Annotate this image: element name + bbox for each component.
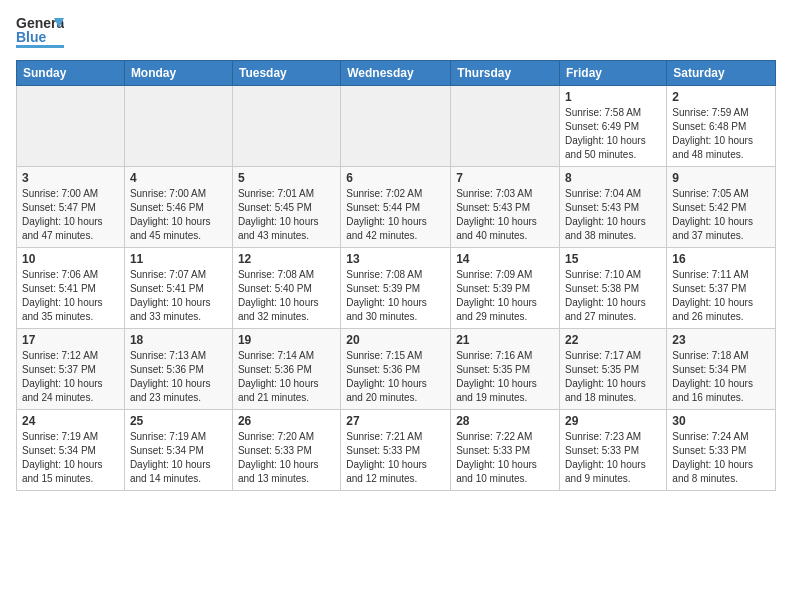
day-number: 4	[130, 171, 227, 185]
calendar-cell: 18Sunrise: 7:13 AM Sunset: 5:36 PM Dayli…	[124, 329, 232, 410]
day-info: Sunrise: 7:17 AM Sunset: 5:35 PM Dayligh…	[565, 349, 661, 405]
day-number: 23	[672, 333, 770, 347]
day-info: Sunrise: 7:02 AM Sunset: 5:44 PM Dayligh…	[346, 187, 445, 243]
day-number: 25	[130, 414, 227, 428]
day-number: 29	[565, 414, 661, 428]
day-info: Sunrise: 7:58 AM Sunset: 6:49 PM Dayligh…	[565, 106, 661, 162]
calendar-cell: 26Sunrise: 7:20 AM Sunset: 5:33 PM Dayli…	[232, 410, 340, 491]
calendar-cell: 22Sunrise: 7:17 AM Sunset: 5:35 PM Dayli…	[560, 329, 667, 410]
weekday-header-saturday: Saturday	[667, 61, 776, 86]
day-info: Sunrise: 7:22 AM Sunset: 5:33 PM Dayligh…	[456, 430, 554, 486]
calendar-cell	[451, 86, 560, 167]
day-info: Sunrise: 7:24 AM Sunset: 5:33 PM Dayligh…	[672, 430, 770, 486]
day-info: Sunrise: 7:00 AM Sunset: 5:46 PM Dayligh…	[130, 187, 227, 243]
logo: General Blue	[16, 10, 70, 54]
calendar-cell: 7Sunrise: 7:03 AM Sunset: 5:43 PM Daylig…	[451, 167, 560, 248]
day-info: Sunrise: 7:04 AM Sunset: 5:43 PM Dayligh…	[565, 187, 661, 243]
day-info: Sunrise: 7:13 AM Sunset: 5:36 PM Dayligh…	[130, 349, 227, 405]
calendar-cell: 20Sunrise: 7:15 AM Sunset: 5:36 PM Dayli…	[341, 329, 451, 410]
calendar-cell: 14Sunrise: 7:09 AM Sunset: 5:39 PM Dayli…	[451, 248, 560, 329]
svg-text:Blue: Blue	[16, 29, 47, 45]
calendar-cell: 15Sunrise: 7:10 AM Sunset: 5:38 PM Dayli…	[560, 248, 667, 329]
calendar-cell: 25Sunrise: 7:19 AM Sunset: 5:34 PM Dayli…	[124, 410, 232, 491]
calendar-cell: 13Sunrise: 7:08 AM Sunset: 5:39 PM Dayli…	[341, 248, 451, 329]
calendar-week-row: 17Sunrise: 7:12 AM Sunset: 5:37 PM Dayli…	[17, 329, 776, 410]
day-number: 1	[565, 90, 661, 104]
day-info: Sunrise: 7:07 AM Sunset: 5:41 PM Dayligh…	[130, 268, 227, 324]
weekday-header-wednesday: Wednesday	[341, 61, 451, 86]
day-number: 13	[346, 252, 445, 266]
calendar-cell: 16Sunrise: 7:11 AM Sunset: 5:37 PM Dayli…	[667, 248, 776, 329]
day-info: Sunrise: 7:16 AM Sunset: 5:35 PM Dayligh…	[456, 349, 554, 405]
day-info: Sunrise: 7:21 AM Sunset: 5:33 PM Dayligh…	[346, 430, 445, 486]
calendar-cell	[124, 86, 232, 167]
calendar-cell: 3Sunrise: 7:00 AM Sunset: 5:47 PM Daylig…	[17, 167, 125, 248]
calendar-cell: 11Sunrise: 7:07 AM Sunset: 5:41 PM Dayli…	[124, 248, 232, 329]
day-number: 7	[456, 171, 554, 185]
calendar-cell: 28Sunrise: 7:22 AM Sunset: 5:33 PM Dayli…	[451, 410, 560, 491]
calendar-cell: 9Sunrise: 7:05 AM Sunset: 5:42 PM Daylig…	[667, 167, 776, 248]
svg-rect-3	[16, 45, 64, 48]
day-info: Sunrise: 7:23 AM Sunset: 5:33 PM Dayligh…	[565, 430, 661, 486]
day-info: Sunrise: 7:59 AM Sunset: 6:48 PM Dayligh…	[672, 106, 770, 162]
day-number: 18	[130, 333, 227, 347]
calendar-week-row: 1Sunrise: 7:58 AM Sunset: 6:49 PM Daylig…	[17, 86, 776, 167]
calendar-cell: 23Sunrise: 7:18 AM Sunset: 5:34 PM Dayli…	[667, 329, 776, 410]
calendar-cell: 4Sunrise: 7:00 AM Sunset: 5:46 PM Daylig…	[124, 167, 232, 248]
day-number: 26	[238, 414, 335, 428]
day-number: 19	[238, 333, 335, 347]
day-info: Sunrise: 7:09 AM Sunset: 5:39 PM Dayligh…	[456, 268, 554, 324]
calendar-cell: 27Sunrise: 7:21 AM Sunset: 5:33 PM Dayli…	[341, 410, 451, 491]
day-number: 30	[672, 414, 770, 428]
day-number: 27	[346, 414, 445, 428]
day-number: 9	[672, 171, 770, 185]
calendar-cell: 5Sunrise: 7:01 AM Sunset: 5:45 PM Daylig…	[232, 167, 340, 248]
day-info: Sunrise: 7:01 AM Sunset: 5:45 PM Dayligh…	[238, 187, 335, 243]
calendar-cell: 29Sunrise: 7:23 AM Sunset: 5:33 PM Dayli…	[560, 410, 667, 491]
calendar-cell: 30Sunrise: 7:24 AM Sunset: 5:33 PM Dayli…	[667, 410, 776, 491]
calendar-week-row: 24Sunrise: 7:19 AM Sunset: 5:34 PM Dayli…	[17, 410, 776, 491]
day-info: Sunrise: 7:15 AM Sunset: 5:36 PM Dayligh…	[346, 349, 445, 405]
day-number: 6	[346, 171, 445, 185]
calendar-cell: 10Sunrise: 7:06 AM Sunset: 5:41 PM Dayli…	[17, 248, 125, 329]
calendar-cell: 24Sunrise: 7:19 AM Sunset: 5:34 PM Dayli…	[17, 410, 125, 491]
weekday-header-tuesday: Tuesday	[232, 61, 340, 86]
day-info: Sunrise: 7:08 AM Sunset: 5:40 PM Dayligh…	[238, 268, 335, 324]
calendar-cell: 19Sunrise: 7:14 AM Sunset: 5:36 PM Dayli…	[232, 329, 340, 410]
calendar-cell: 12Sunrise: 7:08 AM Sunset: 5:40 PM Dayli…	[232, 248, 340, 329]
day-info: Sunrise: 7:00 AM Sunset: 5:47 PM Dayligh…	[22, 187, 119, 243]
day-number: 11	[130, 252, 227, 266]
calendar-cell	[17, 86, 125, 167]
calendar-week-row: 10Sunrise: 7:06 AM Sunset: 5:41 PM Dayli…	[17, 248, 776, 329]
calendar-cell: 1Sunrise: 7:58 AM Sunset: 6:49 PM Daylig…	[560, 86, 667, 167]
day-info: Sunrise: 7:03 AM Sunset: 5:43 PM Dayligh…	[456, 187, 554, 243]
day-info: Sunrise: 7:19 AM Sunset: 5:34 PM Dayligh…	[22, 430, 119, 486]
calendar-cell: 17Sunrise: 7:12 AM Sunset: 5:37 PM Dayli…	[17, 329, 125, 410]
calendar-cell: 21Sunrise: 7:16 AM Sunset: 5:35 PM Dayli…	[451, 329, 560, 410]
day-number: 15	[565, 252, 661, 266]
calendar-header-row: SundayMondayTuesdayWednesdayThursdayFrid…	[17, 61, 776, 86]
header: General Blue	[16, 10, 776, 54]
day-info: Sunrise: 7:06 AM Sunset: 5:41 PM Dayligh…	[22, 268, 119, 324]
logo-icon: General Blue	[16, 10, 64, 54]
day-info: Sunrise: 7:18 AM Sunset: 5:34 PM Dayligh…	[672, 349, 770, 405]
day-number: 22	[565, 333, 661, 347]
calendar-cell: 2Sunrise: 7:59 AM Sunset: 6:48 PM Daylig…	[667, 86, 776, 167]
day-info: Sunrise: 7:11 AM Sunset: 5:37 PM Dayligh…	[672, 268, 770, 324]
calendar-cell	[232, 86, 340, 167]
calendar-table: SundayMondayTuesdayWednesdayThursdayFrid…	[16, 60, 776, 491]
day-number: 28	[456, 414, 554, 428]
day-info: Sunrise: 7:14 AM Sunset: 5:36 PM Dayligh…	[238, 349, 335, 405]
day-number: 17	[22, 333, 119, 347]
calendar-week-row: 3Sunrise: 7:00 AM Sunset: 5:47 PM Daylig…	[17, 167, 776, 248]
calendar-cell	[341, 86, 451, 167]
day-info: Sunrise: 7:10 AM Sunset: 5:38 PM Dayligh…	[565, 268, 661, 324]
weekday-header-friday: Friday	[560, 61, 667, 86]
day-number: 12	[238, 252, 335, 266]
day-info: Sunrise: 7:05 AM Sunset: 5:42 PM Dayligh…	[672, 187, 770, 243]
day-number: 3	[22, 171, 119, 185]
day-number: 5	[238, 171, 335, 185]
day-number: 8	[565, 171, 661, 185]
day-number: 14	[456, 252, 554, 266]
day-info: Sunrise: 7:08 AM Sunset: 5:39 PM Dayligh…	[346, 268, 445, 324]
